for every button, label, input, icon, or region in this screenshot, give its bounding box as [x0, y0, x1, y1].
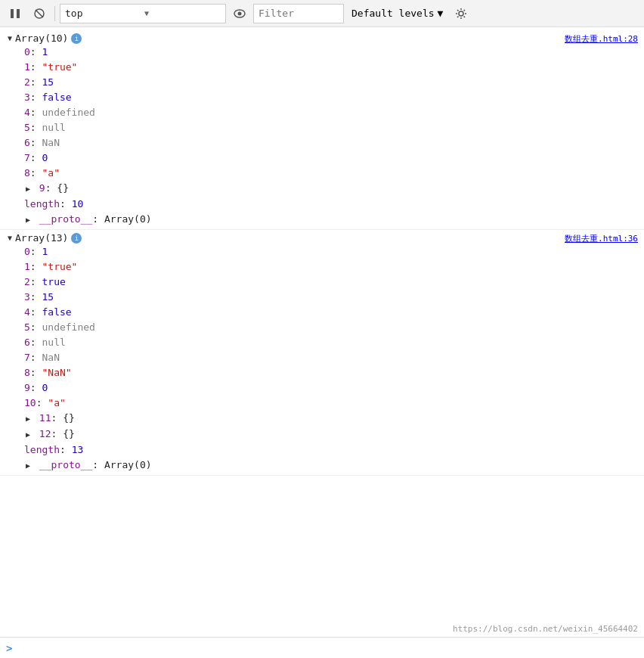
- sub-toggle-2b[interactable]: [24, 428, 32, 442]
- proto-toggle-2[interactable]: [24, 459, 32, 473]
- list-item: 9: 0: [24, 380, 517, 396]
- array-tree-1: Array(10) i 0: 1 1: "true" 2: 15 3: fals…: [0, 32, 517, 228]
- svg-rect-0: [11, 9, 14, 18]
- play-button[interactable]: [5, 4, 26, 23]
- list-item: 5: undefined: [24, 320, 517, 335]
- sub-toggle[interactable]: [24, 182, 32, 196]
- list-item: 7: 0: [24, 151, 517, 166]
- list-item: 8: "a": [24, 166, 517, 181]
- list-item: 12: {}: [24, 427, 517, 442]
- context-value: top: [65, 8, 141, 19]
- log-entry: Array(13) i 0: 1 1: "true" 2: true 3: 15…: [0, 230, 644, 476]
- list-item: 11: {}: [24, 411, 517, 427]
- tree-items-1: 0: 1 1: "true" 2: 15 3: false 4: undefin…: [6, 45, 517, 228]
- filter-input[interactable]: [253, 4, 344, 23]
- list-item: 9: {}: [24, 181, 517, 197]
- list-item: length: 13: [24, 442, 517, 458]
- list-item: 4: undefined: [24, 105, 517, 120]
- list-item: 2: true: [24, 275, 517, 290]
- list-item: __proto__: Array(0): [24, 458, 517, 473]
- info-icon-1[interactable]: i: [71, 33, 82, 44]
- proto-toggle-1[interactable]: [24, 213, 32, 227]
- array-label-2: Array(13): [15, 232, 68, 244]
- console-prompt: >: [0, 637, 644, 658]
- console-output: Array(10) i 0: 1 1: "true" 2: 15 3: fals…: [0, 27, 644, 637]
- list-item: length: 10: [24, 197, 517, 212]
- array-tree-2: Array(13) i 0: 1 1: "true" 2: true 3: 15…: [0, 231, 517, 473]
- list-item: 2: 15: [24, 75, 517, 90]
- eye-button[interactable]: [229, 4, 250, 23]
- url-watermark: https://blog.csdn.net/weixin_45664402: [453, 624, 638, 634]
- toolbar-divider-1: [54, 6, 55, 21]
- log-source-2[interactable]: 数组去重.html:36: [517, 231, 638, 244]
- context-arrow: ▼: [144, 9, 221, 17]
- stop-button[interactable]: [29, 4, 50, 23]
- svg-rect-1: [17, 9, 20, 18]
- list-item: 7: NaN: [24, 350, 517, 365]
- list-item: 3: false: [24, 90, 517, 105]
- list-item: 8: "NaN": [24, 365, 517, 380]
- list-item: 4: false: [24, 305, 517, 320]
- array-label-1: Array(10): [15, 33, 68, 44]
- toggle-2[interactable]: [6, 234, 14, 242]
- levels-button[interactable]: Default levels ▼: [347, 4, 447, 23]
- list-item: 3: 15: [24, 290, 517, 305]
- sub-toggle-2a[interactable]: [24, 412, 32, 426]
- list-item: 6: null: [24, 335, 517, 350]
- info-icon-2[interactable]: i: [71, 233, 82, 244]
- array-header-1[interactable]: Array(10) i: [6, 32, 517, 45]
- list-item: 10: "a": [24, 396, 517, 411]
- list-item: 1: "true": [24, 259, 517, 275]
- svg-point-5: [238, 11, 242, 15]
- list-item: __proto__: Array(0): [24, 212, 517, 228]
- toggle-1[interactable]: [6, 34, 14, 42]
- log-entry: Array(10) i 0: 1 1: "true" 2: 15 3: fals…: [0, 30, 644, 230]
- devtools-toolbar: top ▼ Default levels ▼: [0, 0, 644, 27]
- list-item: 0: 1: [24, 45, 517, 60]
- prompt-arrow[interactable]: >: [6, 642, 12, 654]
- list-item: 6: NaN: [24, 135, 517, 151]
- list-item: 0: 1: [24, 244, 517, 259]
- context-selector[interactable]: top ▼: [60, 4, 226, 23]
- tree-items-2: 0: 1 1: "true" 2: true 3: 15 4: false 5:…: [6, 244, 517, 473]
- list-item: 1: "true": [24, 60, 517, 75]
- list-item: 5: null: [24, 120, 517, 135]
- svg-line-3: [36, 10, 43, 17]
- array-header-2[interactable]: Array(13) i: [6, 231, 517, 244]
- log-source-1[interactable]: 数组去重.html:28: [517, 32, 638, 45]
- settings-button[interactable]: [450, 4, 472, 23]
- svg-point-6: [459, 11, 463, 16]
